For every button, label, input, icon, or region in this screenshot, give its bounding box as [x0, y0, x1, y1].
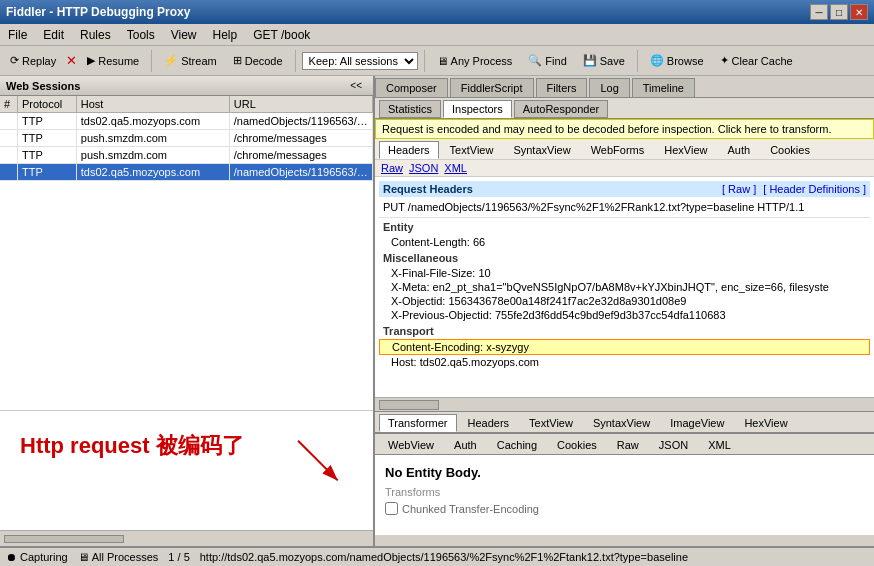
header-tab-cookies[interactable]: Cookies: [761, 141, 819, 159]
header-definitions-link[interactable]: [ Header Definitions ]: [763, 183, 866, 195]
table-row[interactable]: TTP tds02.qa5.mozyops.com /namedObjects/…: [0, 113, 373, 130]
h-scroll[interactable]: [375, 397, 874, 411]
btab-webview[interactable]: WebView: [379, 436, 443, 454]
cell-protocol: TTP: [17, 113, 76, 130]
resume-button[interactable]: ▶ Resume: [81, 51, 145, 70]
menu-get-book[interactable]: GET /book: [249, 27, 314, 43]
request-url: PUT /namedObjects/1196563/%2Fsync%2F1%2F…: [379, 197, 870, 218]
btab-auth[interactable]: Auth: [445, 436, 486, 454]
col-protocol: Protocol: [17, 96, 76, 113]
col-url: URL: [229, 96, 372, 113]
raw-link[interactable]: Raw: [381, 162, 403, 174]
chunked-checkbox[interactable]: [385, 502, 398, 515]
tab-log[interactable]: Log: [589, 78, 629, 97]
btab-json[interactable]: JSON: [650, 436, 697, 454]
cell-num: [0, 164, 17, 181]
chunked-checkbox-row: Chunked Transfer-Encoding: [381, 500, 868, 517]
header-row: X-Meta: en2_pt_sha1="bQveNS5IgNpO7/bA8M8…: [379, 280, 870, 294]
tab-statistics[interactable]: Statistics: [379, 100, 441, 118]
header-tab-hexview[interactable]: HexView: [655, 141, 716, 159]
tab-timeline[interactable]: Timeline: [632, 78, 695, 97]
header-tab-webforms[interactable]: WebForms: [582, 141, 654, 159]
col-num: #: [0, 96, 17, 113]
content-area: Request Headers [ Raw ] [ Header Definit…: [375, 177, 874, 397]
cell-protocol: TTP: [17, 164, 76, 181]
find-button[interactable]: 🔍 Find: [522, 51, 572, 70]
transforms-label: Transforms: [381, 484, 868, 500]
find-icon: 🔍: [528, 54, 542, 67]
browse-button[interactable]: 🌐 Browse: [644, 51, 710, 70]
cell-num: [0, 147, 17, 164]
decode-button[interactable]: ⊞ Decode: [227, 51, 289, 70]
title-bar: Fiddler - HTTP Debugging Proxy ─ □ ✕: [0, 0, 874, 24]
tab-autoresponder[interactable]: AutoResponder: [514, 100, 608, 118]
toolbar-sep-4: [637, 50, 638, 72]
maximize-button[interactable]: □: [830, 4, 848, 20]
btab-transformer[interactable]: Transformer: [379, 414, 457, 432]
btab-textview[interactable]: TextView: [520, 414, 582, 432]
left-scrollbar[interactable]: [0, 530, 373, 546]
btab-imageview[interactable]: ImageView: [661, 414, 733, 432]
save-icon: 💾: [583, 54, 597, 67]
save-button[interactable]: 💾 Save: [577, 51, 631, 70]
clear-cache-button[interactable]: ✦ Clear Cache: [714, 51, 799, 70]
replay-button[interactable]: ⟳ Replay: [4, 51, 62, 70]
section-title: Entity: [379, 218, 870, 235]
any-process-button[interactable]: 🖥 Any Process: [431, 52, 519, 70]
menu-file[interactable]: File: [4, 27, 31, 43]
tab-composer[interactable]: Composer: [375, 78, 448, 97]
raw-header-link[interactable]: [ Raw ]: [722, 183, 756, 195]
collapse-left-button[interactable]: <<: [345, 79, 367, 92]
section-title: Miscellaneous: [379, 249, 870, 266]
stream-button[interactable]: ⚡ Stream: [158, 51, 222, 70]
menu-rules[interactable]: Rules: [76, 27, 115, 43]
warning-bar[interactable]: Request is encoded and may need to be de…: [375, 119, 874, 139]
header-tab-syntaxview[interactable]: SyntaxView: [504, 141, 579, 159]
btab-cookies[interactable]: Cookies: [548, 436, 606, 454]
json-link[interactable]: JSON: [409, 162, 438, 174]
cell-num: [0, 130, 17, 147]
header-tab-auth[interactable]: Auth: [719, 141, 760, 159]
bottom-content: No Entity Body. Transforms Chunked Trans…: [375, 455, 874, 535]
header-tab-headers[interactable]: Headers: [379, 141, 439, 159]
status-all-processes: 🖥 All Processes: [78, 551, 159, 563]
header-tab-textview[interactable]: TextView: [441, 141, 503, 159]
header-row: Content-Encoding: x-syzygy: [379, 339, 870, 355]
xml-link[interactable]: XML: [444, 162, 467, 174]
keep-sessions-dropdown[interactable]: Keep: All sessions: [302, 52, 418, 70]
tab-fiddlerscript[interactable]: FiddlerScript: [450, 78, 534, 97]
header-row: X-Previous-Objectid: 755fe2d3f6dd54c9bd9…: [379, 308, 870, 322]
btab-headers[interactable]: Headers: [459, 414, 519, 432]
stream-icon: ⚡: [164, 54, 178, 67]
cell-host: push.smzdm.com: [76, 130, 229, 147]
close-button[interactable]: ✕: [850, 4, 868, 20]
header-row: Host: tds02.qa5.mozyops.com: [379, 355, 870, 369]
minimize-button[interactable]: ─: [810, 4, 828, 20]
menu-view[interactable]: View: [167, 27, 201, 43]
btab-caching[interactable]: Caching: [488, 436, 546, 454]
resume-icon: ▶: [87, 54, 95, 67]
btab-syntaxview[interactable]: SyntaxView: [584, 414, 659, 432]
table-row[interactable]: TTP tds02.qa5.mozyops.com /namedObjects/…: [0, 164, 373, 181]
sessions-table: # Protocol Host URL TTP tds02.qa5.mozyop…: [0, 96, 373, 410]
btab-hexview[interactable]: HexView: [735, 414, 796, 432]
cell-host: tds02.qa5.mozyops.com: [76, 113, 229, 130]
right-panel: Composer FiddlerScript Filters Log Timel…: [375, 76, 874, 546]
tab-inspectors[interactable]: Inspectors: [443, 100, 512, 118]
status-capturing: ⏺ Capturing: [6, 551, 68, 563]
menu-help[interactable]: Help: [209, 27, 242, 43]
tab-filters[interactable]: Filters: [536, 78, 588, 97]
header-row: X-Objectid: 156343678e00a148f241f7ac2e32…: [379, 294, 870, 308]
menu-edit[interactable]: Edit: [39, 27, 68, 43]
table-row[interactable]: TTP push.smzdm.com /chrome/messages: [0, 147, 373, 164]
browse-icon: 🌐: [650, 54, 664, 67]
decode-icon: ⊞: [233, 54, 242, 67]
btab-raw[interactable]: Raw: [608, 436, 648, 454]
web-sessions-header: Web Sessions <<: [0, 76, 373, 96]
table-row[interactable]: TTP push.smzdm.com /chrome/messages: [0, 130, 373, 147]
raw-json-xml-bar: Raw JSON XML: [375, 160, 874, 177]
status-page-count: 1 / 5: [168, 551, 189, 563]
btab-xml[interactable]: XML: [699, 436, 740, 454]
clear-cache-icon: ✦: [720, 54, 729, 67]
menu-tools[interactable]: Tools: [123, 27, 159, 43]
